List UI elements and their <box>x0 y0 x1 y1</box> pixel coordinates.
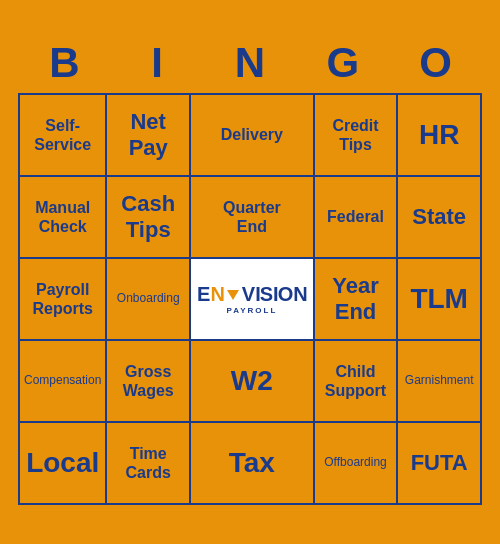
cell-1-3: Federal <box>315 177 399 259</box>
cell-3-2: W2 <box>191 341 315 423</box>
cell-0-2: Delivery <box>191 95 315 177</box>
letter-n: N <box>206 39 294 87</box>
letter-i: I <box>113 39 201 87</box>
cell-2-4: TLM <box>398 259 482 341</box>
cell-1-2: QuarterEnd <box>191 177 315 259</box>
cell-2-3: YearEnd <box>315 259 399 341</box>
cell-4-2: Tax <box>191 423 315 505</box>
cell-0-4: HR <box>398 95 482 177</box>
cell-1-0: ManualCheck <box>20 177 107 259</box>
cell-4-4: FUTA <box>398 423 482 505</box>
cell-1-1: CashTips <box>107 177 191 259</box>
cell-3-3: ChildSupport <box>315 341 399 423</box>
cell-1-4: State <box>398 177 482 259</box>
cell-4-0: Local <box>20 423 107 505</box>
cell-4-3: Offboarding <box>315 423 399 505</box>
cell-0-0: Self-Service <box>20 95 107 177</box>
cell-3-1: GrossWages <box>107 341 191 423</box>
cell-2-2-free: E N V IS IO N PAYROLL <box>191 259 315 341</box>
cell-3-4: Garnishment <box>398 341 482 423</box>
bingo-grid: Self-Service NetPay Delivery CreditTips … <box>18 93 482 505</box>
cell-2-1: Onboarding <box>107 259 191 341</box>
cell-2-0: PayrollReports <box>20 259 107 341</box>
letter-b: B <box>20 39 108 87</box>
cell-0-3: CreditTips <box>315 95 399 177</box>
envision-logo: E N V IS IO N PAYROLL <box>197 283 307 315</box>
bingo-card: B I N G O Self-Service NetPay Delivery C… <box>10 31 490 513</box>
cell-4-1: TimeCards <box>107 423 191 505</box>
letter-g: G <box>299 39 387 87</box>
cell-3-0: Compensation <box>20 341 107 423</box>
cell-0-1: NetPay <box>107 95 191 177</box>
letter-o: O <box>392 39 480 87</box>
bingo-title: B I N G O <box>18 39 482 87</box>
